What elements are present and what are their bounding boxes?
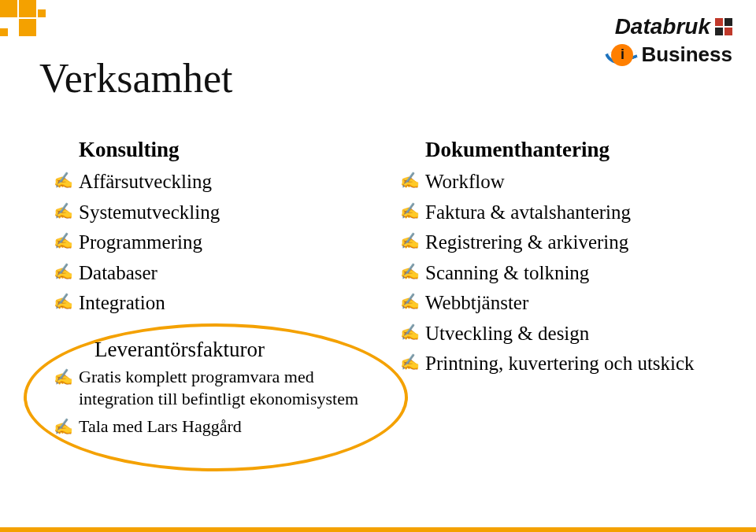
list-item: Affärsutveckling bbox=[47, 167, 386, 198]
logo-area: Databruk i Business bbox=[611, 14, 732, 67]
right-heading: Dokumenthantering bbox=[425, 138, 732, 162]
left-column: Konsulting Affärsutveckling Systemutveck… bbox=[47, 138, 386, 516]
list-item: Programmering bbox=[47, 227, 386, 258]
list-item: Systemutveckling bbox=[47, 198, 386, 228]
right-column: Dokumenthantering Workflow Faktura & avt… bbox=[394, 138, 732, 516]
callout-list: Gratis komplett programvara med integrat… bbox=[47, 364, 386, 441]
list-item: Tala med Lars Haggård bbox=[47, 413, 386, 441]
logo-ibusiness-text: Business bbox=[641, 42, 732, 67]
list-item: Utveckling & design bbox=[394, 319, 732, 349]
list-item: Registrering & arkivering bbox=[394, 227, 732, 258]
left-heading: Konsulting bbox=[79, 138, 386, 162]
list-item: Gratis komplett programvara med integrat… bbox=[47, 364, 386, 413]
logo-ibusiness: i Business bbox=[611, 42, 732, 67]
slide-title: Verksamhet bbox=[39, 55, 232, 102]
list-item: Scanning & tolkning bbox=[394, 258, 732, 289]
bottom-stripe bbox=[0, 527, 756, 532]
slide: Databruk i Business Verksamhet Konsultin… bbox=[0, 0, 756, 532]
right-list: Workflow Faktura & avtalshantering Regis… bbox=[394, 167, 732, 379]
i-dot-icon: i bbox=[611, 44, 633, 66]
logo-databruk-text: Databruk bbox=[615, 14, 710, 39]
callout-oval: Leverantörsfakturor Gratis komplett prog… bbox=[47, 330, 386, 441]
list-item: Faktura & avtalshantering bbox=[394, 198, 732, 228]
databruk-icon bbox=[715, 18, 732, 35]
list-item: Databaser bbox=[47, 258, 386, 289]
body-columns: Konsulting Affärsutveckling Systemutveck… bbox=[47, 138, 732, 516]
corner-decoration bbox=[0, 0, 94, 47]
list-item: Printning, kuvertering och utskick bbox=[394, 349, 732, 379]
logo-databruk: Databruk bbox=[611, 14, 732, 39]
callout-heading: Leverantörsfakturor bbox=[94, 338, 386, 362]
left-list: Affärsutveckling Systemutveckling Progra… bbox=[47, 167, 386, 319]
list-item: Webbtjänster bbox=[394, 288, 732, 319]
list-item: Workflow bbox=[394, 167, 732, 198]
list-item: Integration bbox=[47, 288, 386, 319]
